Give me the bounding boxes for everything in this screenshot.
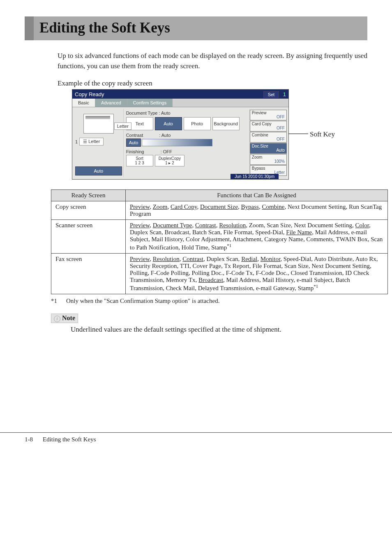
doctype-background[interactable]: Background [212, 117, 240, 130]
set-button[interactable]: Set [263, 91, 279, 98]
contrast-slider[interactable] [142, 139, 212, 146]
doctype-photo[interactable]: Photo [184, 117, 211, 130]
example-label: Example of the copy ready screen [58, 79, 367, 88]
footer-section: Editing the Soft Keys [43, 436, 96, 443]
tray-text: Letter [88, 139, 100, 144]
sk-val: Auto [252, 148, 285, 153]
note-heading: iNote [51, 314, 78, 323]
page-footer: 1-8 Editing the Soft Keys [0, 432, 392, 443]
tab-confirm-settings[interactable]: Confirm Settings [127, 99, 173, 107]
softkey-preview[interactable]: PreviewOFF [250, 110, 287, 120]
functions-table: Ready Screen Functions that Can Be Assig… [51, 189, 388, 294]
status-timestamp: Jun 15 2010 01:30pm [231, 174, 279, 179]
auto-button[interactable]: Auto [75, 166, 122, 175]
letter-badge: Letter [114, 122, 131, 130]
window-title: Copy Ready [75, 91, 104, 97]
finishing-value: : OFF [161, 149, 172, 154]
info-icon: i [54, 316, 60, 322]
col-functions: Functions that Can Be Assigned [126, 190, 388, 201]
row-scanner-label: Scanner screen [51, 220, 126, 254]
row-fax-functions: Preview, Resolution, Contrast, Duplex Sc… [126, 254, 388, 294]
tab-basic[interactable]: Basic [72, 99, 95, 107]
contrast-value: : Auto [159, 133, 171, 138]
doctype-auto[interactable]: Auto [155, 117, 182, 130]
sort-button[interactable]: Sort 1 2 3 [126, 155, 153, 166]
note-body: Underlined values are the default settin… [71, 325, 367, 334]
footnote: *1 Only when the "Scan Confirmation Stam… [51, 298, 367, 305]
softkey-zoom[interactable]: Zoom100% [250, 154, 287, 165]
finishing-label: Finishing [126, 149, 144, 154]
softkey-combine[interactable]: CombineOFF [250, 132, 287, 143]
page-number: 1-8 [25, 436, 33, 443]
softkey-annotation-label: Soft Key [310, 130, 335, 138]
sk-val: 100% [252, 159, 285, 164]
sort-icon: 1 2 3 [135, 161, 144, 165]
footnote-text: Only when the "Scan Confirmation Stamp o… [66, 298, 219, 305]
duplex-label: DuplexCopy [159, 156, 181, 161]
col-ready-screen: Ready Screen [51, 190, 126, 201]
duplex-button[interactable]: DuplexCopy 1 ▸ 2 [155, 155, 184, 166]
row-fax-label: Fax screen [51, 254, 126, 294]
softkey-annotation: Soft Key [288, 130, 335, 138]
softkey-panel: PreviewOFF Card CopyOFF CombineOFF Doc.S… [250, 109, 287, 177]
tray-index: 1 [75, 139, 78, 144]
sk-val: OFF [252, 126, 285, 131]
footnote-mark: *1 [51, 298, 57, 305]
contrast-label: Contrast [126, 133, 143, 138]
doctype-label: Document Type : Auto [126, 111, 247, 115]
softkey-docsize[interactable]: Doc.SizeAuto [250, 143, 287, 154]
intro-paragraph: Up to six advanced functions of each mod… [58, 51, 367, 71]
set-count: 1 [283, 91, 286, 97]
sort-label: Sort [136, 156, 143, 161]
row-copy-label: Copy screen [51, 201, 126, 220]
paper-stack-illustration: Letter [83, 114, 114, 134]
row-scanner-functions: Preview, Document Type, Contrast, Resolu… [126, 220, 388, 254]
tray-button[interactable]: ☰ Letter [79, 138, 104, 145]
contrast-auto-button[interactable]: Auto [126, 138, 141, 147]
sk-val: OFF [252, 137, 285, 142]
copy-ready-screenshot: Copy Ready Set 1 Basic Advanced Confirm … [72, 89, 289, 180]
tray-icon: ☰ [83, 139, 87, 144]
duplex-icon: 1 ▸ 2 [165, 161, 174, 165]
chapter-title: Editing the Soft Keys [25, 16, 367, 40]
sk-val: OFF [252, 115, 285, 120]
row-copy-functions: Preview, Zoom, Card Copy, Document Size,… [126, 201, 388, 220]
softkey-cardcopy[interactable]: Card CopyOFF [250, 121, 287, 132]
tab-advanced[interactable]: Advanced [95, 99, 127, 107]
